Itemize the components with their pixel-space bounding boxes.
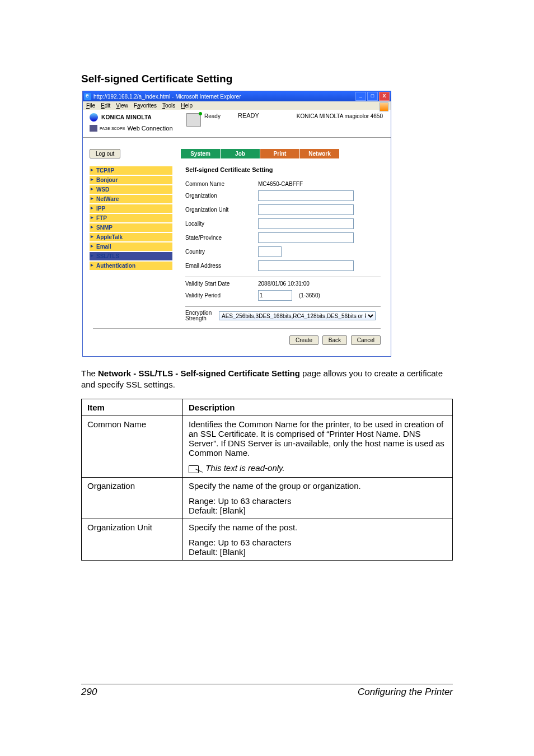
validity-period-hint: (1-3650) — [299, 292, 320, 298]
page-number: 290 — [81, 687, 97, 698]
device-name: KONICA MINOLTA magicolor 4650 — [297, 113, 383, 119]
org-unit-label: Organization Unit — [185, 207, 258, 213]
organization-input[interactable] — [258, 190, 354, 201]
cell-item: Common Name — [82, 416, 183, 477]
start-date-value: 2088/01/06 10:31:00 — [258, 281, 310, 287]
tab-network[interactable]: Network — [300, 149, 340, 158]
sidebar-item-ftp[interactable]: FTP — [90, 214, 172, 222]
menu-edit[interactable]: Edit — [101, 102, 110, 109]
cell-desc: Specify the name of the group or organiz… — [183, 477, 453, 519]
country-input[interactable] — [258, 246, 282, 257]
table-row: Common Name Identifies the Common Name f… — [82, 416, 453, 477]
form-title: Self-signed Certificate Setting — [185, 166, 381, 173]
menu-tools[interactable]: Tools — [162, 102, 175, 109]
cell-desc: Identifies the Common Name for the print… — [183, 416, 453, 477]
cancel-button[interactable]: Cancel — [351, 335, 381, 345]
printer-icon — [186, 113, 201, 127]
email-input[interactable] — [258, 260, 354, 271]
email-label: Email Address — [185, 263, 258, 269]
organization-label: Organization — [185, 193, 258, 199]
pagescope-label: PAGE SCOPE — [100, 127, 125, 130]
sidebar-item-appletalk[interactable]: AppleTalk — [90, 233, 172, 241]
country-label: Country — [185, 249, 258, 255]
tab-print[interactable]: Print — [260, 149, 300, 158]
note-icon — [189, 464, 203, 474]
tab-system[interactable]: System — [181, 149, 221, 158]
th-item: Item — [82, 399, 183, 416]
common-name-label: Common Name — [185, 181, 258, 187]
description-table: Item Description Common Name Identifies … — [81, 399, 453, 561]
cell-item: Organization Unit — [82, 519, 183, 560]
minimize-button[interactable]: _ — [355, 92, 366, 101]
locality-input[interactable] — [258, 218, 354, 229]
sidebar: TCP/IP Bonjour WSD NetWare IPP FTP SNMP … — [83, 166, 172, 325]
close-button[interactable]: X — [379, 92, 390, 101]
sidebar-item-ipp[interactable]: IPP — [90, 204, 172, 213]
table-row: Organization Unit Specify the name of th… — [82, 519, 453, 560]
intro-paragraph: The Network - SSL/TLS - Self-signed Cert… — [81, 368, 453, 391]
state-input[interactable] — [258, 232, 354, 243]
encryption-select[interactable]: AES_256bits,3DES_168bits,RC4_128bits,DES… — [219, 311, 376, 320]
validity-period-input[interactable] — [258, 290, 292, 301]
tab-job[interactable]: Job — [221, 149, 260, 158]
sidebar-item-auth[interactable]: Authentication — [90, 262, 172, 270]
footer: 290 Configuring the Printer — [81, 684, 453, 698]
back-button[interactable]: Back — [322, 335, 347, 345]
sidebar-item-bonjour[interactable]: Bonjour — [90, 176, 172, 184]
section-title: Self-signed Certificate Setting — [81, 73, 453, 85]
chapter-title: Configuring the Printer — [358, 687, 453, 698]
th-desc: Description — [183, 399, 453, 416]
ie-icon — [84, 93, 91, 100]
logout-button[interactable]: Log out — [90, 149, 120, 158]
sidebar-item-netware[interactable]: NetWare — [90, 195, 172, 203]
menu-file[interactable]: File — [86, 102, 95, 109]
pagescope-text: Web Connection — [127, 125, 172, 132]
note-text: This text is read-only. — [205, 463, 284, 473]
main-form: Self-signed Certificate Setting Common N… — [175, 166, 391, 325]
state-label: State/Province — [185, 235, 258, 241]
ie-title: http://192.168.1.2/a_index.html - Micros… — [93, 94, 355, 100]
maximize-button[interactable]: □ — [367, 92, 378, 101]
encryption-label: Encryption Strength — [185, 310, 219, 321]
create-button[interactable]: Create — [289, 335, 318, 345]
validity-period-label: Validity Period — [185, 292, 258, 298]
ie-menubar: File Edit View Favorites Tools Help — [83, 101, 391, 110]
sidebar-item-snmp[interactable]: SNMP — [90, 223, 172, 232]
menu-favorites[interactable]: Favorites — [134, 102, 157, 109]
start-date-label: Validity Start Date — [185, 281, 258, 287]
menu-view[interactable]: View — [116, 102, 128, 109]
km-brand: KONICA MINOLTA — [101, 114, 152, 120]
sidebar-item-ssltls[interactable]: SSL/TLS — [90, 252, 172, 260]
sidebar-item-email[interactable]: Email — [90, 242, 172, 251]
table-row: Organization Specify the name of the gro… — [82, 477, 453, 519]
cell-item: Organization — [82, 477, 183, 519]
sidebar-item-tcpip[interactable]: TCP/IP — [90, 166, 172, 175]
ie-titlebar: http://192.168.1.2/a_index.html - Micros… — [83, 91, 391, 101]
pagescope-icon — [90, 125, 97, 132]
locality-label: Locality — [185, 221, 258, 227]
sidebar-item-wsd[interactable]: WSD — [90, 185, 172, 194]
common-name-value: MC4650-CABFFF — [258, 181, 303, 187]
menu-help[interactable]: Help — [181, 102, 193, 109]
status-big: READY — [238, 112, 259, 119]
org-unit-input[interactable] — [258, 204, 354, 215]
ie-window: http://192.168.1.2/a_index.html - Micros… — [82, 91, 391, 357]
cell-desc: Specify the name of the post. Range: Up … — [183, 519, 453, 560]
km-globe-icon — [90, 113, 98, 122]
